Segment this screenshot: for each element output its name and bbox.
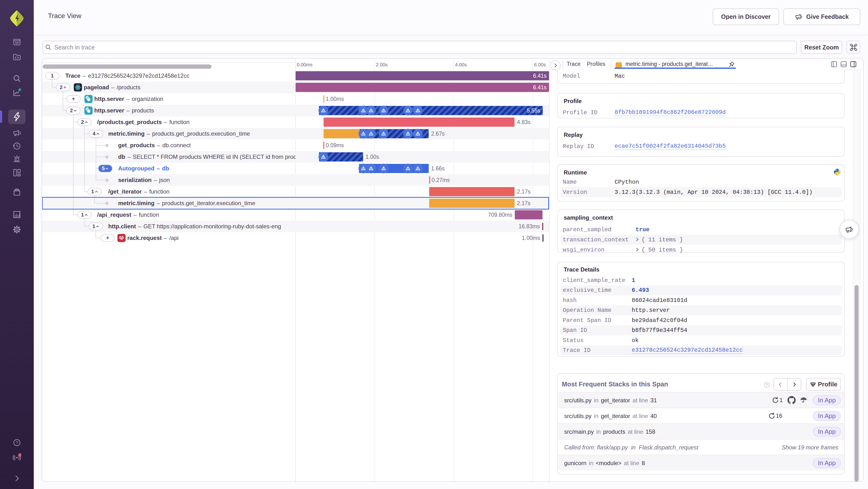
svg-text:?: ?: [16, 440, 18, 445]
svg-text:?: ?: [766, 383, 768, 387]
